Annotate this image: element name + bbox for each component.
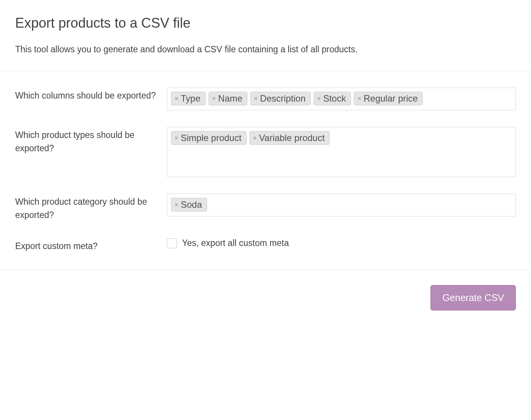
remove-icon[interactable]: × — [174, 135, 179, 141]
header-section: Export products to a CSV file This tool … — [0, 0, 531, 71]
tag-label: Name — [218, 93, 242, 104]
tag-type: × Type — [171, 92, 206, 105]
tag-label: Simple product — [181, 133, 242, 143]
remove-icon[interactable]: × — [317, 95, 321, 102]
form-section: Which columns should be exported? × Type… — [0, 71, 531, 270]
page-description: This tool allows you to generate and dow… — [15, 43, 516, 55]
tag-label: Type — [181, 93, 201, 104]
category-tag-input[interactable]: × Soda — [167, 194, 516, 216]
tag-simple-product: × Simple product — [171, 131, 247, 145]
row-category: Which product category should be exporte… — [15, 194, 516, 221]
row-custom-meta: Export custom meta? Yes, export all cust… — [15, 238, 516, 253]
tag-soda: × Soda — [171, 198, 207, 212]
tag-variable-product: × Variable product — [250, 131, 330, 145]
checkbox-row: Yes, export all custom meta — [167, 238, 516, 248]
page-title: Export products to a CSV file — [15, 15, 516, 31]
custom-meta-checkbox-label: Yes, export all custom meta — [182, 238, 289, 248]
label-product-types: Which product types should be exported? — [15, 127, 167, 155]
remove-icon[interactable]: × — [174, 201, 179, 208]
remove-icon[interactable]: × — [174, 95, 179, 102]
tag-label: Regular price — [364, 93, 418, 104]
columns-tag-input[interactable]: × Type × Name × Description × Stock × — [167, 88, 516, 110]
label-columns: Which columns should be exported? — [15, 88, 167, 102]
tag-regular-price: × Regular price — [354, 92, 423, 105]
row-columns: Which columns should be exported? × Type… — [15, 88, 516, 110]
label-custom-meta: Export custom meta? — [15, 238, 167, 253]
tag-label: Soda — [181, 199, 202, 210]
tag-description: × Description — [250, 92, 311, 105]
generate-csv-button[interactable]: Generate CSV — [430, 285, 516, 310]
product-types-tag-input[interactable]: × Simple product × Variable product — [167, 127, 516, 177]
tag-stock: × Stock — [314, 92, 351, 105]
remove-icon[interactable]: × — [212, 95, 216, 102]
label-category: Which product category should be exporte… — [15, 194, 167, 221]
remove-icon[interactable]: × — [253, 135, 257, 141]
tag-label: Description — [260, 93, 306, 104]
tag-label: Variable product — [259, 133, 325, 143]
footer-section: Generate CSV — [0, 270, 531, 326]
tag-name: × Name — [209, 92, 248, 105]
custom-meta-checkbox[interactable] — [167, 238, 177, 248]
remove-icon[interactable]: × — [357, 95, 361, 102]
row-product-types: Which product types should be exported? … — [15, 127, 516, 177]
tag-label: Stock — [323, 93, 346, 104]
remove-icon[interactable]: × — [254, 95, 258, 102]
